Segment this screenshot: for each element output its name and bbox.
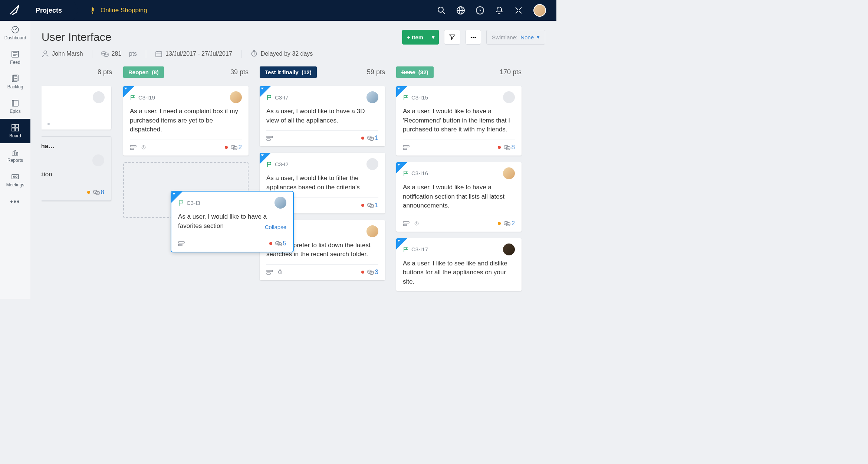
meeting-icon (11, 173, 19, 181)
card-corner-icon (123, 86, 134, 97)
subtasks-icon (266, 269, 273, 275)
epics-icon (11, 99, 19, 107)
calendar-icon (155, 50, 162, 58)
column-test: Test it finally (12) 59 pts C3-I7 As a u… (260, 65, 385, 295)
sidebar-item-board[interactable]: Board (0, 119, 30, 143)
coins-icon (101, 50, 109, 58)
chart-icon (11, 148, 19, 156)
card-corner-icon (396, 86, 407, 97)
card[interactable]: C3-I7 As a user, I would like to have a … (260, 86, 385, 146)
card-avatar (274, 197, 286, 209)
topbar: Projects Online Shopping (0, 0, 556, 21)
filter-button[interactable] (444, 30, 460, 45)
card[interactable]: C3-I17 As a user, I like to see like and… (396, 238, 522, 291)
filter-icon (449, 34, 456, 40)
card-avatar (366, 225, 378, 237)
subtasks-icon (403, 145, 410, 150)
card-avatar (93, 91, 105, 103)
subtasks-icon (266, 135, 273, 141)
subtasks-icon (178, 241, 185, 246)
coins-icon (504, 221, 510, 226)
user-avatar[interactable] (533, 4, 546, 17)
sidebar: Dashboard Feed Backlog Epics Board Repor… (0, 21, 30, 299)
timer-icon (277, 269, 283, 275)
backlog-icon (11, 75, 19, 83)
sidebar-item-epics[interactable]: Epics (0, 94, 30, 119)
app-logo[interactable] (0, 4, 30, 17)
search-icon[interactable] (437, 6, 446, 15)
column-title[interactable]: Reopen (8) (123, 66, 164, 78)
dragging-card[interactable]: C3-I3 As a user, I would like to have a … (171, 192, 293, 252)
coins-icon (367, 135, 374, 141)
card-avatar (503, 244, 515, 255)
user-icon (42, 50, 49, 58)
collapse-link[interactable]: Collapse (265, 223, 286, 231)
column-title[interactable]: Done (32) (396, 66, 434, 78)
coins-icon (275, 241, 282, 246)
coins-icon (504, 145, 510, 150)
card[interactable]: C3-I15 As a user, I would like to have a… (396, 86, 522, 156)
card[interactable]: C3-I16 As a user, I would like to have a… (396, 162, 522, 232)
tools-icon[interactable] (514, 6, 523, 15)
card-avatar (230, 91, 242, 103)
sidebar-item-meetings[interactable]: Meetings (0, 168, 30, 192)
timer-icon (140, 145, 147, 150)
add-item-button[interactable]: + Item (402, 30, 428, 45)
globe-icon[interactable] (456, 6, 465, 15)
chevron-down-icon: ▾ (537, 34, 540, 40)
main-panel: User Interface + Item ▾ ••• Swimlane: No… (30, 21, 556, 299)
card[interactable]: C3-I19 As a user, I need a complaint box… (123, 86, 249, 156)
coins-icon (367, 203, 374, 208)
sidebar-item-reports[interactable]: Reports (0, 143, 30, 168)
card-corner-icon (396, 238, 407, 249)
card-corner-icon (171, 192, 183, 203)
card-avatar (503, 167, 515, 179)
sprint-meta: John Marsh 281 pts 13/Jul/2017 ‐ 27/Jul/… (42, 50, 556, 58)
card-avatar (92, 154, 104, 166)
card-peek-2[interactable]: … would like to ha… + …or favorites sect… (42, 136, 111, 201)
card-avatar (503, 91, 515, 103)
sidebar-item-feed[interactable]: Feed (0, 45, 30, 70)
breadcrumb-project[interactable]: Online Shopping (73, 6, 147, 14)
add-item-group: + Item ▾ (402, 30, 439, 45)
more-button[interactable]: ••• (466, 30, 481, 45)
subtasks-icon (403, 221, 410, 226)
pin-icon (89, 6, 96, 14)
card-peek-1[interactable]: …rts (42, 86, 111, 130)
sidebar-item-backlog[interactable]: Backlog (0, 70, 30, 94)
card-corner-icon (260, 153, 271, 164)
add-item-dropdown[interactable]: ▾ (428, 30, 439, 45)
breadcrumb-projects[interactable]: Projects (30, 0, 73, 21)
sidebar-item-dashboard[interactable]: Dashboard (0, 21, 30, 45)
coins-icon (231, 145, 237, 150)
kanban-board: 8 pts …rts … would like to ha… + …or fav… (42, 65, 556, 295)
swimlane-selector[interactable]: Swimlane: None ▾ (486, 30, 545, 45)
bell-icon[interactable] (495, 6, 504, 15)
gauge-icon (11, 26, 19, 34)
feed-icon (11, 50, 19, 58)
card-corner-icon (396, 162, 407, 173)
card-corner-icon (260, 86, 271, 97)
sprint-owner: John Marsh (42, 50, 83, 58)
card-avatar (366, 158, 378, 170)
board-icon (11, 124, 19, 132)
sprint-dates: 13/Jul/2017 ‐ 27/Jul/2017 (155, 50, 232, 58)
coins-icon (93, 190, 100, 195)
column-done: Done (32) 170 pts C3-I15 As a user, I wo… (396, 65, 522, 295)
page-title: User Interface (42, 31, 397, 43)
coins-icon (367, 269, 374, 275)
sidebar-item-more[interactable]: ••• (0, 192, 30, 211)
sprint-points: 281 pts (101, 50, 137, 58)
timer-icon (250, 50, 258, 58)
card-avatar (366, 91, 378, 103)
clock-icon[interactable] (476, 6, 484, 15)
timer-icon (413, 221, 420, 226)
project-name: Online Shopping (101, 7, 147, 14)
sprint-delay: Delayed by 32 days (250, 50, 313, 58)
subtasks-icon (130, 145, 137, 150)
column-reopen: Reopen (8) 39 pts C3-I19 As a user, I ne… (123, 65, 249, 295)
column-hidden-left: 8 pts …rts … would like to ha… + …or fav… (42, 65, 112, 295)
column-title[interactable]: Test it finally (12) (260, 66, 317, 78)
